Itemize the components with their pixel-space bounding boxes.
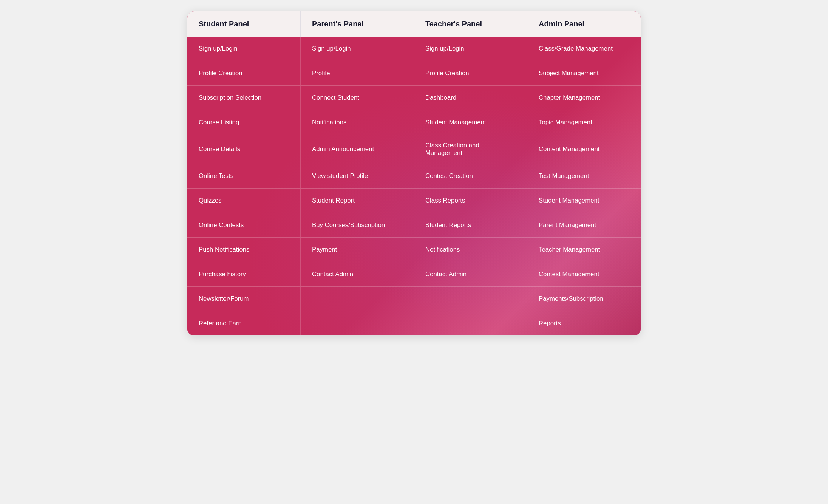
table-cell-r2-c2: Dashboard [414,86,527,110]
table-cell-r3-c1: Notifications [301,110,414,135]
table-row: QuizzesStudent ReportClass ReportsStuden… [187,189,641,213]
column-header-1: Parent's Panel [301,11,414,37]
table-cell-r11-c3: Reports [527,311,641,335]
table-cell-r4-c1: Admin Announcement [301,135,414,164]
table-row: Online TestsView student ProfileContest … [187,164,641,189]
table-cell-r9-c3: Contest Management [527,262,641,286]
table-row: Subscription SelectionConnect StudentDas… [187,86,641,110]
table-row: Refer and Earn Reports [187,311,641,335]
table-cell-r7-c0: Online Contests [187,213,301,237]
table-cell-r2-c1: Connect Student [301,86,414,110]
column-header-3: Admin Panel [527,11,641,37]
table-cell-r7-c3: Parent Management [527,213,641,237]
table-row: Online ContestsBuy Courses/SubscriptionS… [187,213,641,238]
table-cell-r1-c0: Profile Creation [187,61,301,85]
table-cell-r10-c0: Newsletter/Forum [187,287,301,311]
table-cell-r6-c1: Student Report [301,189,414,213]
table-cell-r0-c0: Sign up/Login [187,37,301,61]
table-cell-r9-c2: Contact Admin [414,262,527,286]
table-cell-r4-c2: Class Creation and Management [414,135,527,164]
table-cell-r8-c0: Push Notifications [187,238,301,262]
table-cell-r8-c1: Payment [301,238,414,262]
table-row: Sign up/LoginSign up/LoginSign up/LoginC… [187,37,641,61]
main-table: Student PanelParent's PanelTeacher's Pan… [187,11,641,335]
table-cell-r6-c0: Quizzes [187,189,301,213]
table-cell-r10-c2 [414,287,527,311]
table-cell-r0-c3: Class/Grade Management [527,37,641,61]
table-cell-r11-c0: Refer and Earn [187,311,301,335]
table-cell-r5-c2: Contest Creation [414,164,527,188]
table-row: Course DetailsAdmin AnnouncementClass Cr… [187,135,641,164]
table-row: Push NotificationsPaymentNotificationsTe… [187,238,641,262]
table-cell-r8-c2: Notifications [414,238,527,262]
table-cell-r5-c0: Online Tests [187,164,301,188]
table-cell-r7-c2: Student Reports [414,213,527,237]
column-header-2: Teacher's Panel [414,11,527,37]
table-cell-r0-c2: Sign up/Login [414,37,527,61]
table-cell-r5-c3: Test Management [527,164,641,188]
table-cell-r3-c0: Course Listing [187,110,301,135]
table-row: Profile CreationProfileProfile CreationS… [187,61,641,86]
table-cell-r3-c2: Student Management [414,110,527,135]
table-cell-r4-c3: Content Management [527,135,641,164]
column-header-0: Student Panel [187,11,301,37]
table-cell-r11-c2 [414,311,527,335]
table-cell-r9-c0: Purchase history [187,262,301,286]
table-cell-r7-c1: Buy Courses/Subscription [301,213,414,237]
table-cell-r2-c0: Subscription Selection [187,86,301,110]
table-cell-r6-c2: Class Reports [414,189,527,213]
table-cell-r3-c3: Topic Management [527,110,641,135]
table-row: Purchase historyContact AdminContact Adm… [187,262,641,287]
table-cell-r1-c1: Profile [301,61,414,85]
table-row: Course ListingNotificationsStudent Manag… [187,110,641,135]
table-cell-r8-c3: Teacher Management [527,238,641,262]
table-cell-r10-c3: Payments/Subscription [527,287,641,311]
table-cell-r1-c2: Profile Creation [414,61,527,85]
table-cell-r9-c1: Contact Admin [301,262,414,286]
table-cell-r0-c1: Sign up/Login [301,37,414,61]
table-cell-r11-c1 [301,311,414,335]
table-cell-r4-c0: Course Details [187,135,301,164]
table-cell-r10-c1 [301,287,414,311]
table-cell-r2-c3: Chapter Management [527,86,641,110]
table-body: Sign up/LoginSign up/LoginSign up/LoginC… [187,37,641,335]
table-cell-r6-c3: Student Management [527,189,641,213]
table-cell-r1-c3: Subject Management [527,61,641,85]
table-header: Student PanelParent's PanelTeacher's Pan… [187,11,641,37]
table-row: Newsletter/Forum Payments/Subscription [187,287,641,311]
table-cell-r5-c1: View student Profile [301,164,414,188]
